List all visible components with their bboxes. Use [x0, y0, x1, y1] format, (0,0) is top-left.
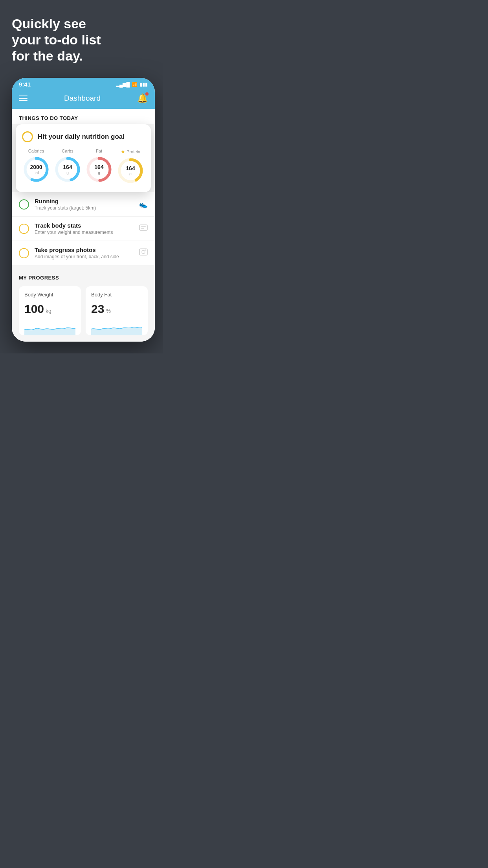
todo-check-body-stats[interactable] — [19, 224, 29, 234]
nav-title: Dashboard — [64, 94, 101, 103]
progress-header: MY PROGRESS — [19, 275, 148, 281]
body-fat-value-row: 23 % — [91, 302, 142, 316]
body-fat-card[interactable]: Body Fat 23 % — [86, 286, 148, 335]
card-title-row: Hit your daily nutrition goal — [22, 131, 145, 142]
svg-point-12 — [142, 250, 145, 254]
nutrition-carbs: Carbs 164 g — [54, 149, 81, 184]
todo-name-body-stats: Track body stats — [35, 222, 134, 229]
notification-dot — [145, 92, 149, 96]
body-fat-title: Body Fat — [91, 292, 142, 298]
todo-item-running[interactable]: Running Track your stats (target: 5km) 👟 — [12, 192, 155, 217]
todo-check-photos[interactable] — [19, 248, 29, 258]
todo-check-running[interactable] — [19, 199, 29, 210]
body-fat-number: 23 — [91, 302, 104, 316]
calories-donut: 2000 cal — [22, 156, 50, 183]
nutrition-row: Calories 2000 cal — [22, 149, 145, 184]
fat-label: Fat — [96, 149, 102, 153]
wifi-icon: 📶 — [132, 82, 138, 87]
todo-item-body-stats[interactable]: Track body stats Enter your weight and m… — [12, 217, 155, 241]
photo-icon — [139, 248, 148, 258]
todo-text-photos: Take progress photos Add images of your … — [35, 246, 134, 259]
nutrition-protein: ★ Protein 164 g — [117, 149, 144, 184]
progress-section: MY PROGRESS Body Weight 100 kg — [12, 265, 155, 342]
scale-icon — [139, 223, 148, 234]
todo-sub-running: Track your stats (target: 5km) — [35, 205, 134, 211]
todo-item-photos[interactable]: Take progress photos Add images of your … — [12, 241, 155, 265]
status-time: 9:41 — [19, 81, 31, 88]
todo-text-body-stats: Track body stats Enter your weight and m… — [35, 222, 134, 235]
svg-rect-8 — [139, 225, 147, 230]
fat-donut: 164 g — [85, 156, 113, 183]
todo-list: Running Track your stats (target: 5km) 👟… — [12, 192, 155, 265]
svg-rect-10 — [141, 228, 144, 229]
body-weight-value-row: 100 kg — [24, 302, 75, 316]
carbs-donut: 164 g — [54, 156, 81, 183]
body-weight-title: Body Weight — [24, 292, 75, 298]
phone-content: THINGS TO DO TODAY Hit your daily nutrit… — [12, 109, 155, 342]
running-icon: 👟 — [139, 200, 148, 209]
svg-rect-9 — [141, 226, 146, 227]
todo-name-running: Running — [35, 198, 134, 204]
signal-icon: ▂▄▆█ — [116, 82, 130, 87]
nutrition-card: Hit your daily nutrition goal Calories 2 — [16, 124, 151, 192]
nutrition-fat: Fat 164 g — [85, 149, 113, 184]
svg-point-13 — [145, 250, 147, 251]
nutrition-calories: Calories 2000 cal — [22, 149, 50, 184]
todo-text-running: Running Track your stats (target: 5km) — [35, 198, 134, 211]
todo-name-photos: Take progress photos — [35, 246, 134, 253]
status-bar: 9:41 ▂▄▆█ 📶 ▮▮▮ — [12, 78, 155, 89]
body-weight-number: 100 — [24, 302, 44, 316]
battery-icon: ▮▮▮ — [139, 82, 148, 87]
protein-donut: 164 g — [117, 157, 144, 184]
notification-bell[interactable]: 🔔 — [137, 93, 148, 103]
body-fat-unit: % — [106, 308, 110, 314]
phone-shell: 9:41 ▂▄▆█ 📶 ▮▮▮ Dashboard 🔔 THINGS TO DO… — [12, 78, 155, 342]
body-weight-card[interactable]: Body Weight 100 kg — [19, 286, 81, 335]
protein-label: ★ Protein — [121, 149, 140, 154]
card-title: Hit your daily nutrition goal — [38, 133, 125, 141]
star-icon: ★ — [121, 149, 125, 154]
calories-label: Calories — [28, 149, 44, 153]
carbs-label: Carbs — [62, 149, 73, 153]
nav-bar: Dashboard 🔔 — [12, 89, 155, 109]
todo-sub-body-stats: Enter your weight and measurements — [35, 230, 134, 235]
body-fat-wave — [91, 321, 142, 335]
headline: Quickly see your to-do list for the day. — [12, 16, 155, 64]
progress-cards: Body Weight 100 kg — [19, 286, 148, 335]
todo-sub-photos: Add images of your front, back, and side — [35, 254, 134, 259]
things-to-do-header: THINGS TO DO TODAY — [12, 109, 155, 124]
app-background: Quickly see your to-do list for the day.… — [0, 0, 163, 353]
hamburger-menu[interactable] — [19, 96, 28, 101]
body-weight-unit: kg — [46, 308, 51, 314]
body-weight-wave — [24, 321, 75, 335]
status-icons: ▂▄▆█ 📶 ▮▮▮ — [116, 82, 148, 87]
nutrition-check-circle[interactable] — [22, 131, 33, 142]
